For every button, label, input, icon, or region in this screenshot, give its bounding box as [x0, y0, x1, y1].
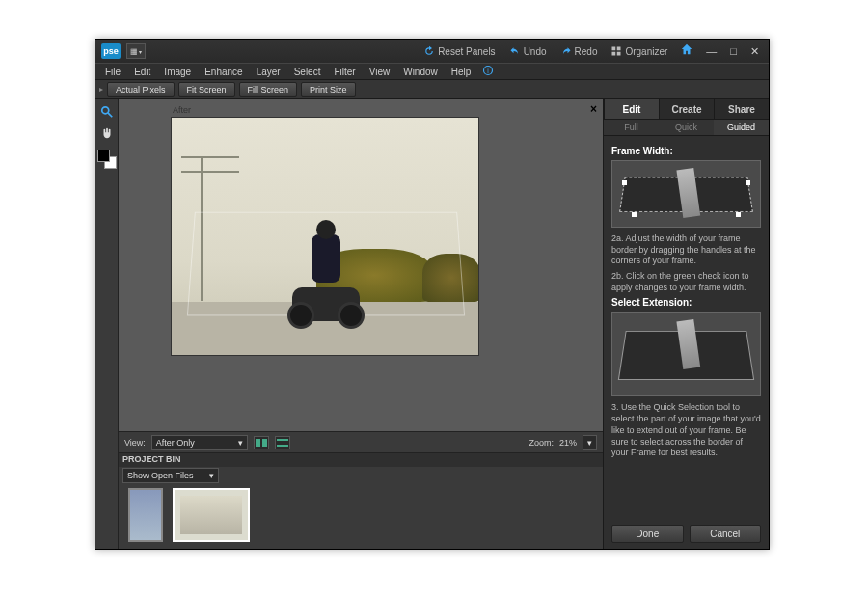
chevron-down-icon: ▾: [587, 438, 592, 448]
actual-pixels-button[interactable]: Actual Pixels: [107, 82, 175, 97]
color-swatch[interactable]: [97, 150, 117, 169]
tab-edit[interactable]: Edit: [604, 99, 659, 119]
select-extension-preview: [611, 312, 761, 396]
chevron-down-icon: ▾: [238, 438, 243, 448]
hand-tool[interactable]: [98, 124, 116, 142]
frame-width-title: Frame Width:: [611, 146, 761, 156]
minimize-button[interactable]: —: [702, 45, 720, 57]
svg-line-3: [107, 113, 111, 117]
organizer-button[interactable]: Organizer: [607, 43, 671, 59]
zoom-value: 21%: [559, 438, 577, 448]
menu-bar: File Edit Image Enhance Layer Select Fil…: [95, 63, 769, 80]
fill-screen-button[interactable]: Fill Screen: [239, 82, 298, 97]
project-bin: PROJECT BIN Show Open Files▾: [119, 452, 603, 549]
redo-icon: [560, 45, 572, 57]
view-mode-dropdown[interactable]: After Only▾: [151, 435, 248, 450]
undo-button[interactable]: Undo: [505, 43, 551, 59]
image-canvas[interactable]: [171, 117, 479, 356]
menu-enhance[interactable]: Enhance: [199, 65, 248, 79]
print-size-button[interactable]: Print Size: [301, 82, 356, 97]
right-panel: Edit Create Share Full Quick Guided Fram…: [603, 99, 769, 549]
chevron-down-icon: ▾: [209, 471, 214, 480]
main-area: × After View: After Only▾: [95, 99, 769, 549]
fit-screen-button[interactable]: Fit Screen: [178, 82, 235, 97]
cancel-button[interactable]: Cancel: [690, 525, 762, 543]
project-bin-title: PROJECT BIN: [119, 453, 603, 467]
menu-file[interactable]: File: [99, 65, 126, 79]
guided-panel-content: Frame Width: 2a. Adjust the width of you…: [604, 136, 769, 519]
menu-image[interactable]: Image: [158, 65, 197, 79]
bin-thumbnail-2[interactable]: [173, 488, 250, 542]
sub-tabs: Full Quick Guided: [604, 119, 769, 136]
title-bar: pse ▦▾ Reset Panels Undo Redo Organizer …: [95, 40, 769, 63]
bin-filter-dropdown[interactable]: Show Open Files▾: [122, 468, 219, 483]
tab-share[interactable]: Share: [714, 99, 769, 119]
close-button[interactable]: ✕: [746, 45, 763, 58]
view-label: View:: [124, 438, 146, 448]
home-icon[interactable]: [677, 42, 696, 60]
done-button[interactable]: Done: [611, 525, 684, 543]
bin-thumbnail-1[interactable]: [128, 488, 163, 542]
select-extension-title: Select Extension:: [611, 297, 761, 308]
motorcycle-subject: [292, 215, 360, 321]
options-bar: ▸ Actual Pixels Fit Screen Fill Screen P…: [95, 80, 769, 99]
mode-tabs: Edit Create Share: [604, 99, 769, 119]
svg-point-2: [101, 107, 108, 114]
view-vertical-icon[interactable]: [275, 436, 290, 449]
step-3-text: 3. Use the Quick Selection tool to selec…: [611, 402, 761, 458]
close-preview-button[interactable]: ×: [590, 102, 597, 116]
frame-width-preview: [611, 160, 761, 228]
menu-layer[interactable]: Layer: [251, 65, 286, 79]
zoom-label: Zoom:: [529, 438, 554, 448]
menu-view[interactable]: View: [364, 65, 396, 79]
zoom-tool[interactable]: [98, 103, 116, 121]
undo-icon: [509, 45, 521, 57]
tab-create[interactable]: Create: [659, 99, 714, 119]
step-2a-text: 2a. Adjust the width of your frame borde…: [611, 233, 761, 267]
menu-filter[interactable]: Filter: [328, 65, 361, 79]
reset-panels-button[interactable]: Reset Panels: [420, 43, 499, 59]
maximize-button[interactable]: □: [726, 45, 741, 57]
after-label: After: [173, 105, 191, 115]
menu-edit[interactable]: Edit: [128, 65, 156, 79]
info-icon[interactable]: i: [482, 63, 494, 80]
tool-column: [95, 99, 119, 549]
opt-arrow-icon[interactable]: ▸: [99, 85, 103, 94]
app-window: pse ▦▾ Reset Panels Undo Redo Organizer …: [95, 39, 770, 550]
layout-switcher[interactable]: ▦▾: [126, 43, 146, 59]
redo-button[interactable]: Redo: [556, 43, 602, 59]
subtab-guided[interactable]: Guided: [714, 120, 769, 135]
menu-window[interactable]: Window: [397, 65, 444, 79]
canvas-area: × After: [119, 99, 603, 431]
subtab-quick[interactable]: Quick: [659, 120, 714, 135]
menu-help[interactable]: Help: [446, 65, 477, 79]
refresh-icon: [423, 45, 435, 57]
app-logo[interactable]: pse: [101, 43, 121, 59]
foreground-color[interactable]: [97, 150, 110, 162]
subtab-full[interactable]: Full: [604, 120, 659, 135]
view-horizontal-icon[interactable]: [254, 436, 269, 449]
center-area: × After View: After Only▾: [119, 99, 603, 549]
step-2b-text: 2b. Click on the green check icon to app…: [611, 271, 761, 293]
menu-select[interactable]: Select: [288, 65, 327, 79]
panel-buttons: Done Cancel: [604, 519, 769, 549]
zoom-dropdown[interactable]: ▾: [583, 435, 597, 450]
svg-text:i: i: [488, 68, 490, 74]
view-bar: View: After Only▾ Zoom: 21% ▾: [119, 431, 603, 452]
grid-icon: [610, 45, 622, 57]
